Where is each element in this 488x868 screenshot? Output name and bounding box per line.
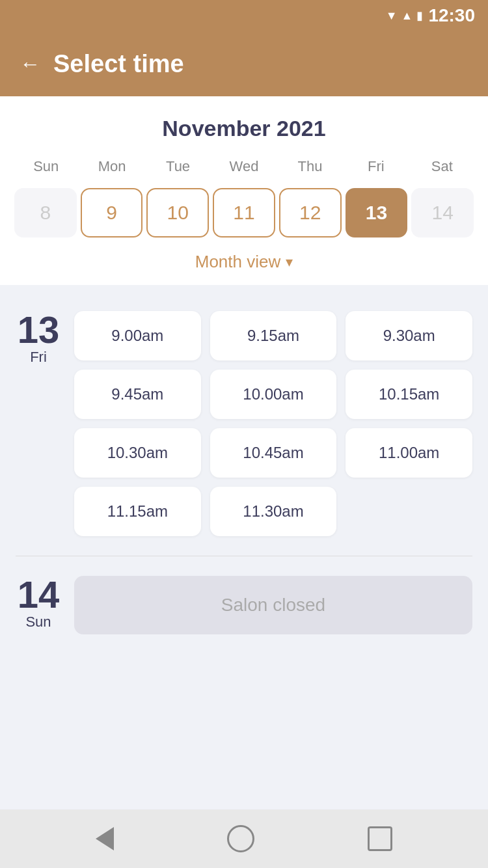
weekday-sat: Sat <box>409 154 475 179</box>
calendar-section: November 2021 Sun Mon Tue Wed Thu Fri Sa… <box>0 96 488 285</box>
weekday-thu: Thu <box>277 154 343 179</box>
day-12[interactable]: 12 <box>279 188 342 237</box>
time-slots-area: 13 Fri 9.00am 9.15am 9.30am 9.45am 10.00… <box>0 285 488 809</box>
weekday-tue: Tue <box>145 154 211 179</box>
slot-1130am[interactable]: 11.30am <box>210 487 337 536</box>
sunday-name: Sun <box>25 614 51 631</box>
friday-name: Fri <box>30 349 47 366</box>
slot-1015am[interactable]: 10.15am <box>346 370 472 419</box>
nav-back-button[interactable] <box>96 827 114 850</box>
signal-icon: ▲ <box>401 9 413 23</box>
weekday-fri: Fri <box>343 154 409 179</box>
wifi-icon: ▼ <box>386 9 398 23</box>
weekday-wed: Wed <box>211 154 277 179</box>
slot-900am[interactable]: 9.00am <box>74 311 201 360</box>
section-divider <box>16 556 472 556</box>
friday-slots-grid: 9.00am 9.15am 9.30am 9.45am 10.00am 10.1… <box>74 311 472 536</box>
day-13[interactable]: 13 <box>346 188 408 237</box>
day-11[interactable]: 11 <box>213 188 275 237</box>
salon-closed-text: Salon closed <box>221 595 325 616</box>
sunday-number: 14 <box>18 576 60 614</box>
slot-1100am[interactable]: 11.00am <box>346 428 472 478</box>
back-button[interactable]: ← <box>20 52 40 76</box>
day-14: 14 <box>411 188 474 237</box>
page-title: Select time <box>53 50 184 78</box>
day-9[interactable]: 9 <box>81 188 143 237</box>
sunday-section: 14 Sun Salon closed <box>0 563 488 647</box>
nav-recents-button[interactable] <box>368 826 392 851</box>
header: ← Select time <box>0 31 488 96</box>
weekday-mon: Mon <box>79 154 144 179</box>
bottom-nav <box>0 809 488 868</box>
friday-number: 13 <box>18 311 60 349</box>
recents-square-icon <box>368 826 392 851</box>
slot-945am[interactable]: 9.45am <box>74 370 201 419</box>
slot-930am[interactable]: 9.30am <box>346 311 472 360</box>
slot-1045am[interactable]: 10.45am <box>210 428 337 478</box>
friday-section: 13 Fri 9.00am 9.15am 9.30am 9.45am 10.00… <box>0 298 488 549</box>
weekday-sun: Sun <box>13 154 79 179</box>
month-view-label: Month view <box>195 252 281 272</box>
month-year-label: November 2021 <box>13 116 475 141</box>
day-10[interactable]: 10 <box>146 188 209 237</box>
friday-label: 13 Fri <box>16 311 61 366</box>
chevron-down-icon: ▾ <box>286 254 293 271</box>
sunday-label: 14 Sun <box>16 576 61 631</box>
day-8: 8 <box>14 188 77 237</box>
nav-home-button[interactable] <box>227 825 254 852</box>
slot-1030am[interactable]: 10.30am <box>74 428 201 478</box>
slot-1115am[interactable]: 11.15am <box>74 487 201 536</box>
status-bar: ▼ ▲ ▮ 12:30 <box>0 0 488 31</box>
status-time: 12:30 <box>428 5 475 26</box>
slot-1000am[interactable]: 10.00am <box>210 370 337 419</box>
home-circle-icon <box>227 825 254 852</box>
battery-icon: ▮ <box>416 8 423 23</box>
status-icons: ▼ ▲ ▮ <box>386 8 424 23</box>
weekday-headers: Sun Mon Tue Wed Thu Fri Sat <box>13 154 475 179</box>
slot-915am[interactable]: 9.15am <box>210 311 337 360</box>
days-row: 8 9 10 11 12 13 14 <box>13 185 475 240</box>
salon-closed-card: Salon closed <box>74 576 472 634</box>
month-view-toggle[interactable]: Month view ▾ <box>13 252 475 272</box>
back-triangle-icon <box>96 827 114 850</box>
